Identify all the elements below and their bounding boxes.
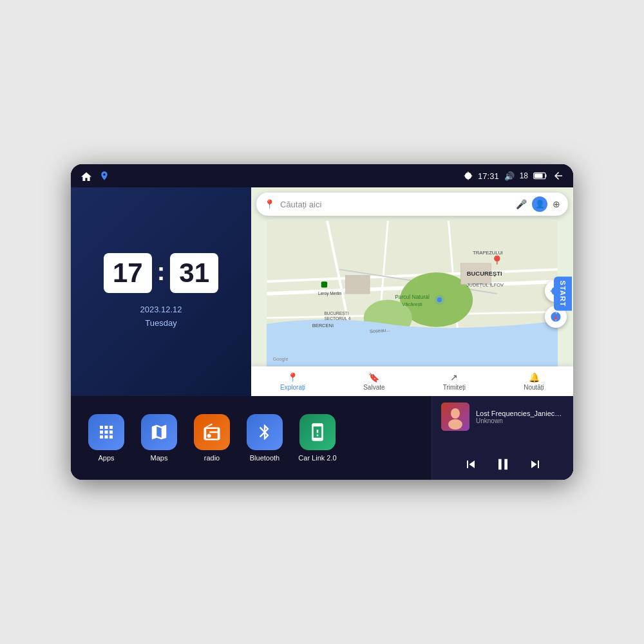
radio-label: radio bbox=[204, 454, 220, 462]
music-info: Lost Frequencies_Janieck Devy-... Unknow… bbox=[441, 402, 564, 431]
clock-date: 2023.12.12 Tuesday bbox=[140, 303, 182, 330]
svg-text:Leroy Merlin: Leroy Merlin bbox=[318, 291, 342, 296]
radio-icon-box bbox=[194, 414, 230, 450]
svg-rect-1 bbox=[535, 173, 543, 178]
map-bottom-bar: 📍 Explorați 🔖 Salvate ↗ Trimiteți 🔔 bbox=[251, 366, 573, 396]
svg-rect-18 bbox=[321, 281, 327, 287]
map-svg: Soseau... Parcul Natural Văcărești Googl… bbox=[251, 221, 573, 366]
lower-section: Apps Maps bbox=[71, 396, 573, 480]
status-bar: 17:31 🔊 18 bbox=[71, 164, 573, 187]
map-search-bar[interactable]: 📍 Căutați aici 🎤 👤 ⊕ bbox=[256, 193, 568, 216]
svg-point-32 bbox=[448, 419, 462, 430]
bluetooth-label: Bluetooth bbox=[250, 454, 279, 462]
status-left bbox=[80, 170, 109, 182]
app-icon-maps[interactable]: Maps bbox=[137, 414, 182, 462]
map-nav-saved[interactable]: 🔖 Salvate bbox=[363, 372, 384, 391]
clock-minute: 31 bbox=[179, 258, 209, 288]
app-icon-bluetooth[interactable]: Bluetooth bbox=[242, 414, 287, 462]
status-right: 17:31 🔊 18 bbox=[464, 171, 564, 181]
svg-text:BERCENI: BERCENI bbox=[312, 323, 334, 328]
clock-minute-block: 31 bbox=[170, 253, 218, 293]
volume-icon: 🔊 bbox=[504, 171, 515, 181]
mic-icon[interactable]: 🎤 bbox=[516, 199, 527, 209]
app-icons-area: Apps Maps bbox=[71, 396, 431, 480]
carlink-icon-box bbox=[299, 414, 336, 450]
carlink-symbol-icon bbox=[308, 422, 327, 442]
upper-section: 17 : 31 2023.12.12 Tuesday bbox=[71, 187, 573, 396]
prev-button[interactable] bbox=[463, 457, 478, 472]
map-search-pin-icon: 📍 bbox=[264, 199, 275, 209]
svg-text:BUCUREȘTI: BUCUREȘTI bbox=[324, 311, 348, 316]
maps-icon-box bbox=[141, 414, 177, 450]
clock-date-text: 2023.12.12 bbox=[140, 303, 182, 317]
maps-symbol-icon bbox=[149, 422, 169, 442]
clock-colon: : bbox=[157, 258, 166, 286]
clock-display: 17 : 31 bbox=[104, 253, 218, 293]
map-nav-explore[interactable]: 📍 Explorați bbox=[280, 372, 305, 391]
battery-level: 18 bbox=[520, 171, 528, 180]
radio-symbol-icon bbox=[202, 422, 222, 442]
svg-text:Google: Google bbox=[272, 356, 288, 362]
music-details: Lost Frequencies_Janieck Devy-... Unknow… bbox=[476, 410, 564, 424]
bluetooth-symbol-icon bbox=[256, 423, 274, 441]
svg-point-29 bbox=[435, 295, 444, 305]
apps-icon-box bbox=[88, 414, 124, 450]
svg-text:SECTORUL 4: SECTORUL 4 bbox=[324, 316, 350, 321]
screen: 17:31 🔊 18 bbox=[71, 164, 573, 480]
account-icon[interactable]: 👤 bbox=[532, 196, 547, 212]
back-icon[interactable] bbox=[553, 171, 564, 181]
bluetooth-icon-box bbox=[247, 414, 283, 450]
svg-rect-12 bbox=[345, 276, 370, 294]
apps-label: Apps bbox=[98, 454, 114, 462]
map-search-placeholder[interactable]: Căutați aici bbox=[280, 200, 511, 209]
home-icon[interactable] bbox=[80, 171, 93, 181]
map-search-icons: 🎤 👤 ⊕ bbox=[516, 196, 560, 212]
app-icon-apps[interactable]: Apps bbox=[84, 414, 129, 462]
start-navigation-button[interactable]: START bbox=[554, 277, 572, 311]
svg-text:BUCUREȘTI: BUCUREȘTI bbox=[467, 270, 502, 277]
svg-point-26 bbox=[494, 256, 500, 261]
music-artist: Unknown bbox=[476, 417, 564, 424]
clock-day-text: Tuesday bbox=[140, 317, 182, 330]
maps-label: Maps bbox=[151, 454, 168, 462]
news-icon: 🔔 bbox=[529, 372, 540, 383]
music-title: Lost Frequencies_Janieck Devy-... bbox=[476, 410, 564, 417]
svg-text:Văcărești: Văcărești bbox=[402, 301, 422, 307]
explore-icon: 📍 bbox=[287, 372, 298, 383]
app-icon-radio[interactable]: radio bbox=[189, 414, 234, 462]
map-widget[interactable]: 📍 Căutați aici 🎤 👤 ⊕ bbox=[251, 187, 573, 396]
apps-symbol-icon bbox=[97, 422, 116, 442]
clock-hour-block: 17 bbox=[104, 253, 152, 293]
map-nav-news[interactable]: 🔔 Noutăți bbox=[524, 372, 544, 391]
saved-icon: 🔖 bbox=[368, 372, 379, 383]
time-display: 17:31 bbox=[478, 171, 499, 181]
music-controls bbox=[441, 455, 564, 473]
map-nav-explore-label: Explorați bbox=[280, 384, 305, 391]
main-content: 17 : 31 2023.12.12 Tuesday bbox=[71, 187, 573, 480]
map-pin-icon bbox=[99, 170, 109, 182]
music-thumbnail bbox=[441, 402, 469, 431]
play-pause-button[interactable] bbox=[494, 455, 512, 473]
svg-point-31 bbox=[451, 408, 460, 419]
svg-text:TRAPEZULUI: TRAPEZULUI bbox=[473, 250, 503, 256]
device-frame: 17:31 🔊 18 bbox=[71, 164, 573, 480]
send-icon: ↗ bbox=[450, 372, 458, 383]
svg-text:Parcul Natural: Parcul Natural bbox=[395, 294, 430, 300]
clock-hour: 17 bbox=[113, 258, 143, 288]
map-nav-send-label: Trimiteți bbox=[443, 384, 466, 391]
map-nav-send[interactable]: ↗ Trimiteți bbox=[443, 372, 466, 391]
carlink-label: Car Link 2.0 bbox=[298, 454, 336, 462]
svg-text:JUDEȚUL ILFOV: JUDEȚUL ILFOV bbox=[467, 282, 504, 288]
app-icon-carlink[interactable]: Car Link 2.0 bbox=[295, 414, 340, 462]
clock-widget: 17 : 31 2023.12.12 Tuesday bbox=[71, 187, 251, 396]
music-player: Lost Frequencies_Janieck Devy-... Unknow… bbox=[431, 396, 573, 480]
gps-icon bbox=[464, 171, 473, 180]
map-nav-news-label: Noutăți bbox=[524, 384, 544, 391]
map-content-area: Soseau... Parcul Natural Văcărești Googl… bbox=[251, 221, 573, 366]
battery-icon bbox=[533, 172, 547, 180]
layers-icon[interactable]: ⊕ bbox=[553, 199, 560, 209]
next-button[interactable] bbox=[527, 457, 543, 472]
map-nav-saved-label: Salvate bbox=[363, 384, 384, 391]
